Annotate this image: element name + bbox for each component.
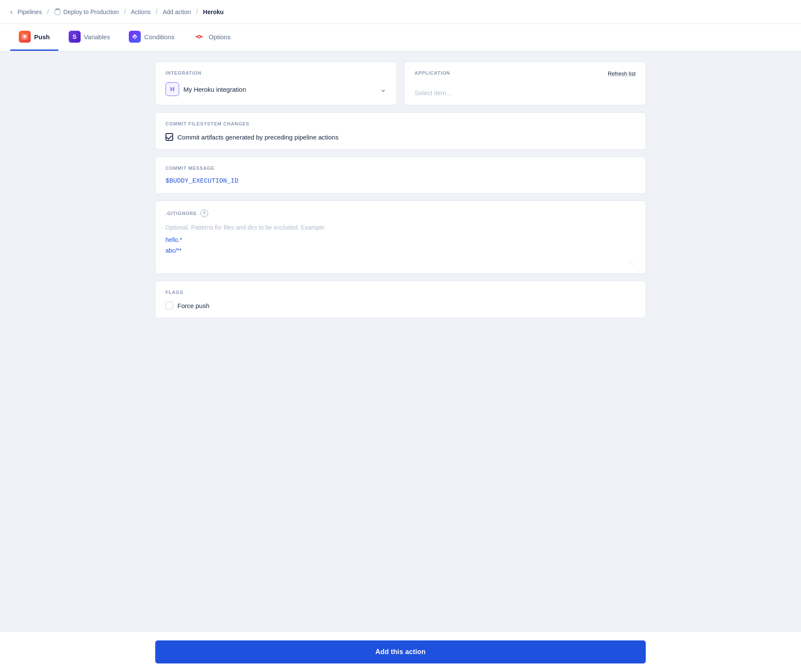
back-button[interactable]: ‹ (10, 8, 12, 16)
footer: Add this action (0, 631, 801, 672)
heroku-logo: H (165, 82, 179, 96)
tabs-bar: Push S Variables IF Conditions Options (0, 24, 801, 51)
gitignore-header: .GITIGNORE ? (165, 209, 636, 217)
force-push-label: Force push (177, 302, 209, 309)
force-push-checkbox-row[interactable]: Force push (165, 302, 636, 309)
breadcrumb: ‹ Pipelines / Deploy to Production / Act… (0, 0, 801, 24)
integration-select[interactable]: H My Heroku integration ⌄ (165, 82, 386, 96)
breadcrumb-sep4: / (196, 8, 198, 16)
variables-icon: S (69, 31, 81, 43)
integration-application-row: INTEGRATION H My Heroku integration ⌄ AP… (155, 61, 646, 105)
integration-card: INTEGRATION H My Heroku integration ⌄ (155, 61, 397, 105)
application-card: APPLICATION Refresh list Select item... (404, 61, 646, 105)
breadcrumb-current: Heroku (203, 9, 223, 15)
application-header: APPLICATION Refresh list (415, 70, 636, 82)
gitignore-placeholder: Optional. Patterns for files and dirs to… (165, 222, 636, 233)
tab-conditions[interactable]: IF Conditions (120, 24, 183, 51)
options-icon (193, 31, 205, 43)
commit-artifacts-checkbox[interactable] (165, 133, 173, 141)
add-action-button[interactable]: Add this action (155, 640, 646, 663)
commit-filesystem-card: COMMIT FILESYSTEM CHANGES Commit artifac… (155, 112, 646, 150)
commit-artifacts-label: Commit artifacts generated by preceding … (177, 134, 339, 141)
integration-value: My Heroku integration (183, 86, 376, 93)
breadcrumb-pipelines[interactable]: Pipelines (17, 9, 42, 15)
breadcrumb-sep2: / (124, 8, 126, 16)
svg-text:IF: IF (134, 36, 137, 39)
gitignore-card: .GITIGNORE ? Optional. Patterns for file… (155, 201, 646, 274)
svg-point-5 (201, 36, 203, 38)
help-icon[interactable]: ? (200, 209, 208, 217)
breadcrumb-actions[interactable]: Actions (131, 9, 151, 15)
svg-point-4 (196, 36, 197, 38)
tab-variables[interactable]: S Variables (60, 24, 119, 51)
breadcrumb-sep3: / (156, 8, 157, 16)
application-select[interactable]: Select item... (415, 89, 636, 96)
breadcrumb-pipeline-name[interactable]: Deploy to Production (54, 9, 119, 15)
gitignore-content[interactable]: Optional. Patterns for files and dirs to… (165, 222, 636, 265)
commit-message-value[interactable]: $BUDDY_EXECUTION_ID (165, 177, 636, 185)
svg-point-3 (198, 35, 200, 38)
commit-message-card: COMMIT MESSAGE $BUDDY_EXECUTION_ID (155, 157, 646, 194)
chevron-down-icon: ⌄ (380, 84, 386, 94)
gitignore-line2: abc/** (165, 245, 636, 256)
application-label: APPLICATION (415, 70, 450, 76)
resize-handle[interactable]: ⋱ (630, 259, 636, 265)
main-content: INTEGRATION H My Heroku integration ⌄ AP… (145, 51, 656, 631)
gitignore-label: .GITIGNORE (165, 211, 197, 216)
tab-options[interactable]: Options (185, 24, 239, 51)
breadcrumb-sep1: / (47, 8, 49, 16)
tab-push[interactable]: Push (10, 24, 58, 51)
conditions-icon: IF (129, 31, 141, 43)
commit-message-label: COMMIT MESSAGE (165, 166, 636, 171)
commit-artifacts-checkbox-row[interactable]: Commit artifacts generated by preceding … (165, 133, 636, 141)
pipeline-spinner (54, 9, 61, 15)
flags-label: FLAGS (165, 290, 636, 295)
force-push-checkbox[interactable] (165, 302, 173, 309)
integration-label: INTEGRATION (165, 70, 386, 76)
push-icon (19, 31, 31, 43)
breadcrumb-add-action[interactable]: Add action (163, 9, 191, 15)
flags-card: FLAGS Force push (155, 281, 646, 318)
commit-filesystem-label: COMMIT FILESYSTEM CHANGES (165, 121, 636, 126)
gitignore-line1: hello.* (165, 235, 636, 245)
refresh-list-button[interactable]: Refresh list (608, 70, 636, 77)
